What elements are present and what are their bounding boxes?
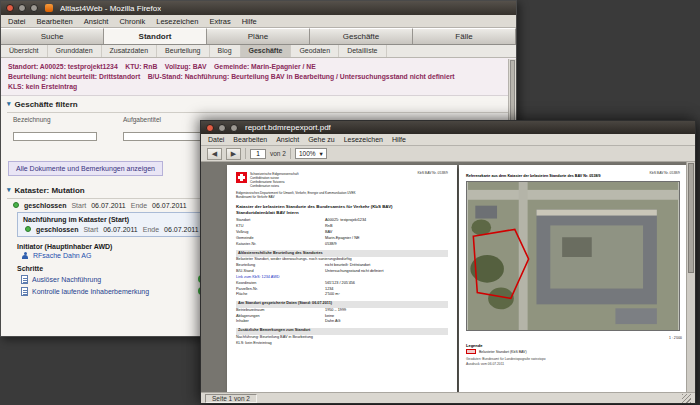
- close-button[interactable]: [206, 124, 214, 132]
- pdf-titlebar[interactable]: report.bdmrepexport.pdf: [201, 121, 695, 134]
- step-row[interactable]: Kontrolle laufende Inhaberbemerkung ✓: [21, 287, 206, 296]
- row-label: Am Standort gespeicherte Daten (Stand: 0…: [238, 301, 446, 307]
- start-label: Start: [71, 202, 86, 209]
- document-reference: KbS BAV Nr. 0538/9: [650, 171, 680, 175]
- zoom-select[interactable]: 100% ▾: [295, 148, 327, 159]
- menu-item[interactable]: Gehe zu: [308, 136, 334, 143]
- maximize-button[interactable]: [30, 4, 38, 12]
- sub-tab[interactable]: Geschäfte: [241, 45, 292, 57]
- step-label[interactable]: Auslöser Nachführung: [32, 276, 101, 283]
- page-number-input[interactable]: [250, 149, 266, 159]
- maximize-button[interactable]: [230, 124, 238, 132]
- initiator-name[interactable]: RFsache Dahn AG: [33, 252, 91, 259]
- filter-section-header[interactable]: ▾ Geschäfte filtern: [1, 96, 516, 111]
- datasheet-row: Kataster-Nr. 0538/9: [236, 242, 448, 248]
- scrollbar-thumb[interactable]: [688, 163, 694, 273]
- collapse-icon[interactable]: ▾: [7, 100, 11, 108]
- legend-item: Belasteter Standort (KbS BAV): [466, 349, 682, 354]
- previous-page-button[interactable]: ◀: [207, 148, 222, 160]
- field-label: Aufgabentitel: [123, 116, 207, 123]
- close-button[interactable]: [6, 4, 14, 12]
- aerial-map: [466, 181, 680, 331]
- document-title: Kataster der belasteten Standorte des Bu…: [236, 204, 448, 216]
- pdf-viewer-window: report.bdmrepexport.pdf DateiBearbeitenA…: [200, 120, 696, 404]
- pdf-scrollbar[interactable]: [686, 162, 695, 392]
- logo-line: Confederaziun svizra: [250, 184, 299, 188]
- filter-input[interactable]: [13, 132, 97, 141]
- swiss-cross-icon: [236, 172, 247, 183]
- kbs-area-swatch: [466, 349, 476, 354]
- docs-link[interactable]: Alle Dokumente und Bemerkungen anzeigen: [16, 165, 155, 172]
- menu-item[interactable]: Datei: [8, 17, 26, 26]
- menu-item[interactable]: Bearbeiten: [37, 17, 73, 26]
- start-label: Start: [83, 226, 98, 233]
- filter-input[interactable]: [123, 132, 207, 141]
- sub-tab[interactable]: Beurteilung: [157, 45, 209, 57]
- menu-item[interactable]: Bearbeiten: [233, 136, 267, 143]
- info-line: Beurteilung: nicht beurteilt: Drittstand…: [8, 72, 509, 82]
- minimize-button[interactable]: [218, 124, 226, 132]
- datasheet-row: Zusätzliche Bemerkungen zum Standort: [236, 328, 448, 335]
- step-row[interactable]: Auslöser Nachführung ✓: [21, 275, 206, 284]
- pdf-page-1: KbS BAV Nr. 0538/9 Schweizerische Eidgen…: [227, 165, 457, 392]
- footnote-line: Ausdruck vom 06.07.2011: [466, 362, 682, 367]
- sub-tab[interactable]: Geodaten: [291, 45, 339, 57]
- nachfuehrung-title: Nachführung im Kataster (Start): [23, 216, 216, 223]
- menu-item[interactable]: Lesezeichen: [156, 17, 198, 26]
- desktop: Altlast4Web - Mozilla Firefox DateiBearb…: [0, 0, 700, 405]
- status-text: geschlossen: [24, 202, 66, 209]
- menu-item[interactable]: Ansicht: [276, 136, 299, 143]
- page-status: Seite 1 von 2: [205, 394, 257, 403]
- document-icon: [21, 275, 28, 284]
- sub-tab[interactable]: Grunddaten: [48, 45, 102, 57]
- datasheet-row: Inhaber Dahn AG: [236, 319, 448, 325]
- confederation-names: Schweizerische EidgenossenschaftConfédér…: [250, 172, 299, 188]
- row-label: Inhaber: [236, 319, 325, 325]
- docs-link-box[interactable]: Alle Dokumente und Bemerkungen anzeigen: [8, 161, 163, 176]
- datasheet-row: Fläche 2'500 m²: [236, 292, 448, 298]
- status-dot-icon: [25, 226, 31, 232]
- start-date: 06.07.2011: [103, 226, 138, 233]
- next-page-button[interactable]: ▶: [226, 148, 241, 160]
- main-tab[interactable]: Pläne: [207, 28, 310, 44]
- datasheet-row: Am Standort gespeicherte Daten (Stand: 0…: [236, 301, 448, 308]
- minimize-button[interactable]: [18, 4, 26, 12]
- row-value: 2'500 m²: [325, 292, 448, 298]
- menu-item[interactable]: Chronik: [119, 17, 145, 26]
- main-tab[interactable]: Geschäfte: [310, 28, 413, 44]
- step-label[interactable]: Kontrolle laufende Inhaberbemerkung: [32, 288, 149, 295]
- menu-item[interactable]: Lesezeichen: [344, 136, 383, 143]
- row-label: KLS: kein Ersteintrag: [236, 341, 448, 347]
- filter-field: Bezeichnung: [13, 116, 97, 143]
- sub-tab[interactable]: Zusatzdaten: [102, 45, 158, 57]
- nachfuehrung-status-row: geschlossen Start 06.07.2011 Ende 06.07.…: [23, 225, 216, 233]
- menu-item[interactable]: Datei: [208, 136, 224, 143]
- legend-items: Belasteter Standort (KbS BAV): [466, 349, 682, 354]
- menu-item[interactable]: Hilfe: [392, 136, 406, 143]
- filter-field: Aufgabentitel: [123, 116, 207, 143]
- swiss-federal-logo: Schweizerische EidgenossenschaftConfédér…: [236, 172, 448, 188]
- status-text: geschlossen: [36, 226, 78, 233]
- menu-item[interactable]: Extras: [209, 17, 230, 26]
- page-count-label: von 2: [270, 150, 286, 157]
- row-value: Dahn AG: [325, 319, 448, 325]
- menu-item[interactable]: Hilfe: [242, 17, 257, 26]
- main-tab[interactable]: Standort: [104, 28, 207, 44]
- info-line: Standort: A00025: testprojekt1234 KTU: R…: [8, 62, 509, 72]
- sub-tab[interactable]: Blog: [210, 45, 241, 57]
- row-label: Fläche: [236, 292, 325, 298]
- main-tab[interactable]: Suche: [1, 28, 104, 44]
- pdf-toolbar: ◀ ▶ von 2 100% ▾: [201, 146, 695, 162]
- firefox-titlebar[interactable]: Altlast4Web - Mozilla Firefox: [1, 1, 516, 15]
- main-tab[interactable]: Fälle: [413, 28, 516, 44]
- sub-tab[interactable]: Übersicht: [1, 45, 48, 57]
- resize-grip-icon[interactable]: [682, 394, 691, 403]
- department-lines: Eidgenössisches Departement für Umwelt, …: [236, 191, 448, 199]
- zoom-value: 100%: [299, 150, 316, 157]
- map-scale: 1 : 2'000: [466, 336, 682, 340]
- window-title: Altlast4Web - Mozilla Firefox: [60, 4, 161, 13]
- collapse-icon[interactable]: ▾: [7, 186, 11, 194]
- menu-item[interactable]: Ansicht: [84, 17, 109, 26]
- sub-tab[interactable]: Detailliste: [339, 45, 386, 57]
- pdf-content-area[interactable]: KbS BAV Nr. 0538/9 Schweizerische Eidgen…: [201, 162, 695, 392]
